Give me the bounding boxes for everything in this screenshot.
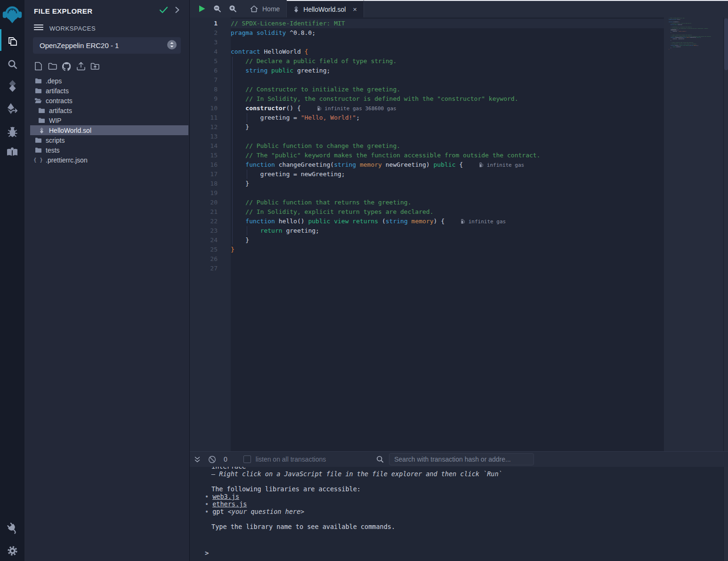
- code-line[interactable]: // In Solidity, the constructor is defin…: [231, 94, 664, 104]
- workspace-selector-icon[interactable]: [167, 40, 177, 52]
- file-explorer-icon[interactable]: [0, 34, 24, 49]
- folder-icon: [38, 117, 45, 123]
- icon-rail: [0, 0, 24, 561]
- workspace-ok-check-icon[interactable]: [159, 6, 168, 16]
- bullet: •: [204, 493, 212, 500]
- code-line[interactable]: [231, 264, 664, 273]
- tab-home[interactable]: Home: [243, 0, 287, 17]
- code-line[interactable]: return greeting;: [231, 226, 664, 236]
- line-number: 14: [190, 141, 231, 151]
- tree-item-wip[interactable]: WIP: [30, 115, 188, 125]
- bullet: •: [204, 500, 212, 508]
- transaction-count-badge: 0: [224, 455, 227, 463]
- terminal-collapse-icon[interactable]: [194, 456, 201, 463]
- chevron-right-icon[interactable]: [175, 6, 180, 16]
- zoom-in-icon[interactable]: [229, 5, 237, 13]
- code-line[interactable]: // Public function that returns the gree…: [231, 198, 664, 207]
- line-number: 27: [190, 264, 231, 273]
- code-line[interactable]: }: [231, 245, 664, 254]
- code-lines[interactable]: // SPDX-License-Identifier: MITpragma so…: [231, 17, 664, 451]
- code-line[interactable]: string public greeting;: [231, 66, 664, 75]
- tree-item--prettierrc-json[interactable]: { }.prettierrc.json: [30, 155, 188, 165]
- line-number: 11: [190, 113, 231, 122]
- code-line[interactable]: // Declare a public field of type string…: [231, 57, 664, 66]
- tree-item-label: artifacts: [49, 107, 72, 114]
- search-icon[interactable]: [0, 57, 24, 71]
- terminal-link[interactable]: web3.js: [212, 493, 239, 500]
- code-line[interactable]: }: [231, 236, 664, 245]
- folder-icon: [34, 78, 42, 84]
- terminal-line: •ethers.js: [204, 500, 723, 508]
- code-line[interactable]: [231, 254, 664, 264]
- terminal-search-input[interactable]: [389, 453, 534, 465]
- line-number: 12: [190, 122, 231, 132]
- code-line[interactable]: }: [231, 179, 664, 188]
- upload-file-icon[interactable]: [76, 61, 86, 71]
- line-number: 21: [190, 207, 231, 217]
- code-line[interactable]: constructor() { infinite gas 368600 gas: [231, 104, 664, 113]
- clear-console-icon[interactable]: [208, 455, 216, 463]
- code-line[interactable]: pragma solidity ^0.8.0;: [231, 28, 664, 38]
- code-line[interactable]: // Constructor to initialize the greetin…: [231, 85, 664, 94]
- settings-gear-icon[interactable]: [0, 544, 24, 557]
- clone-github-icon[interactable]: [62, 61, 72, 71]
- code-line[interactable]: contract HelloWorld {: [231, 47, 664, 57]
- line-number: 2: [190, 28, 231, 38]
- code-line[interactable]: // SPDX-License-Identifier: MIT: [231, 19, 664, 28]
- editor-scrollbar-thumb[interactable]: [724, 18, 728, 70]
- code-line[interactable]: function hello() public view returns (st…: [231, 217, 664, 226]
- new-file-icon[interactable]: [33, 61, 43, 71]
- terminal-prompt[interactable]: >: [204, 549, 723, 561]
- solidity-compiler-icon[interactable]: [0, 79, 24, 93]
- upload-folder-icon[interactable]: [90, 61, 100, 71]
- tree-item-helloworld-sol[interactable]: HelloWorld.sol: [30, 125, 188, 135]
- deploy-and-run-icon[interactable]: [0, 102, 24, 116]
- tab-close-icon[interactable]: ×: [353, 6, 357, 13]
- tree-item-artifacts[interactable]: artifacts: [30, 106, 188, 115]
- editor-body: 1234567891011121314151617181920212223242…: [190, 17, 728, 451]
- workspace-select[interactable]: OpenZeppelin ERC20 - 1: [33, 37, 181, 54]
- code-line[interactable]: // Public function to change the greetin…: [231, 141, 664, 151]
- new-folder-icon[interactable]: [48, 61, 57, 71]
- run-script-button[interactable]: [198, 5, 206, 13]
- tree-item-contracts[interactable]: contracts: [30, 96, 188, 106]
- line-number: 4: [190, 47, 231, 57]
- code-line[interactable]: [231, 38, 664, 47]
- code-line[interactable]: // The "public" keyword makes the functi…: [231, 151, 664, 160]
- tree-item-artifacts[interactable]: artifacts: [30, 86, 188, 96]
- learneth-icon[interactable]: [0, 145, 24, 159]
- code-line[interactable]: [231, 188, 664, 198]
- tree-item-label: .prettierrc.json: [46, 156, 88, 164]
- hamburger-menu-icon[interactable]: [34, 24, 43, 33]
- line-number: 23: [190, 226, 231, 236]
- code-line[interactable]: // In Solidity, explicit return types ar…: [231, 207, 664, 217]
- code-line[interactable]: greeting = "Hello, World!";: [231, 113, 664, 122]
- line-number: 19: [190, 188, 231, 198]
- code-line[interactable]: [231, 132, 664, 141]
- plugin-manager-icon[interactable]: [0, 521, 24, 535]
- code-line[interactable]: }: [231, 122, 664, 132]
- json-icon: { }: [34, 157, 42, 163]
- terminal-link[interactable]: ethers.js: [212, 500, 247, 508]
- solidity-icon: [38, 127, 45, 134]
- line-number: 5: [190, 57, 231, 66]
- listen-transactions-checkbox[interactable]: [243, 455, 251, 463]
- minimap[interactable]: // SPDX-License-Identifier: MITpragma so…: [669, 17, 712, 57]
- debugger-icon[interactable]: [0, 125, 24, 139]
- explorer-toolbar: [24, 54, 189, 74]
- tree-item-scripts[interactable]: scripts: [30, 135, 188, 145]
- terminal-toolbar: 0 listen on all transactions: [190, 451, 728, 467]
- code-line[interactable]: [231, 75, 664, 85]
- code-line[interactable]: greeting = newGreeting;: [231, 170, 664, 179]
- tree-item-tests[interactable]: tests: [30, 145, 188, 155]
- workspaces-label: WORKSPACES: [49, 25, 96, 32]
- editor-overview-zone: // SPDX-License-Identifier: MITpragma so…: [664, 17, 723, 451]
- terminal-output[interactable]: interface– Right click on a JavaScript f…: [190, 467, 723, 561]
- tree-item--deps[interactable]: .deps: [30, 76, 188, 86]
- terminal-line: •gpt <your question here>: [204, 508, 723, 515]
- zoom-out-icon[interactable]: [213, 5, 221, 13]
- folder-open-icon: [34, 98, 42, 104]
- remix-logo-icon[interactable]: [0, 3, 24, 25]
- tab-helloworld-sol[interactable]: HelloWorld.sol ×: [287, 0, 364, 17]
- code-line[interactable]: function changeGreeting(string memory ne…: [231, 160, 664, 170]
